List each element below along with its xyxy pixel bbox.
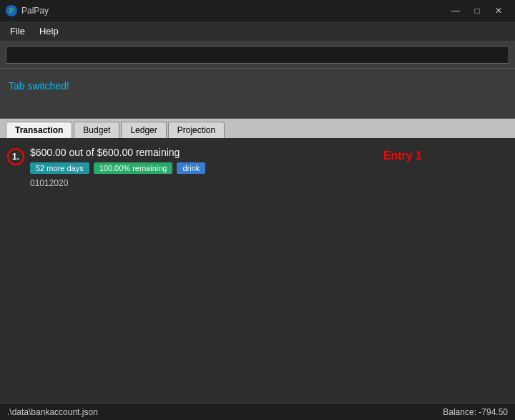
entry-tags: 52 more days 100.00% remaining drink: [30, 162, 508, 174]
notification-area: Tab switched!: [0, 69, 515, 119]
search-input[interactable]: [6, 46, 509, 64]
tag-days: 52 more days: [30, 162, 89, 174]
menu-bar: File Help: [0, 21, 515, 41]
tab-projection[interactable]: Projection: [168, 122, 225, 138]
minimize-button[interactable]: —: [445, 0, 466, 21]
window-title: PalPay: [21, 6, 445, 16]
tab-budget[interactable]: Budget: [74, 122, 119, 138]
menu-help[interactable]: Help: [32, 23, 66, 39]
filepath: .\data\bankaccount.json: [7, 407, 98, 417]
app-icon: P: [6, 5, 17, 16]
menu-file[interactable]: File: [3, 23, 32, 39]
entry-title: $600.00 out of $600.00 remaining: [30, 147, 508, 158]
entry-label: Entry 1: [383, 150, 422, 162]
balance: Balance: -794.50: [443, 407, 508, 417]
close-button[interactable]: ✕: [488, 0, 509, 21]
tag-remaining: 100.00% remaining: [94, 162, 173, 174]
svg-text:P: P: [9, 7, 14, 15]
window-controls: — □ ✕: [445, 0, 509, 21]
title-bar: P PalPay — □ ✕: [0, 0, 515, 21]
tab-bar: Transaction Budget Ledger Projection: [0, 119, 515, 138]
main-content: 1. $600.00 out of $600.00 remaining 52 m…: [0, 138, 515, 403]
entry-details: $600.00 out of $600.00 remaining 52 more…: [30, 147, 508, 188]
entry-number: 1.: [7, 148, 24, 165]
maximize-button[interactable]: □: [466, 0, 488, 21]
search-bar: [0, 41, 515, 69]
entry-card: 1. $600.00 out of $600.00 remaining 52 m…: [7, 147, 508, 188]
notification-text: Tab switched!: [9, 80, 69, 92]
tab-ledger[interactable]: Ledger: [121, 122, 166, 138]
entry-date: 01012020: [30, 178, 508, 188]
tag-category: drink: [177, 162, 205, 174]
tab-transaction[interactable]: Transaction: [6, 122, 72, 138]
status-bar: .\data\bankaccount.json Balance: -794.50: [0, 403, 515, 420]
